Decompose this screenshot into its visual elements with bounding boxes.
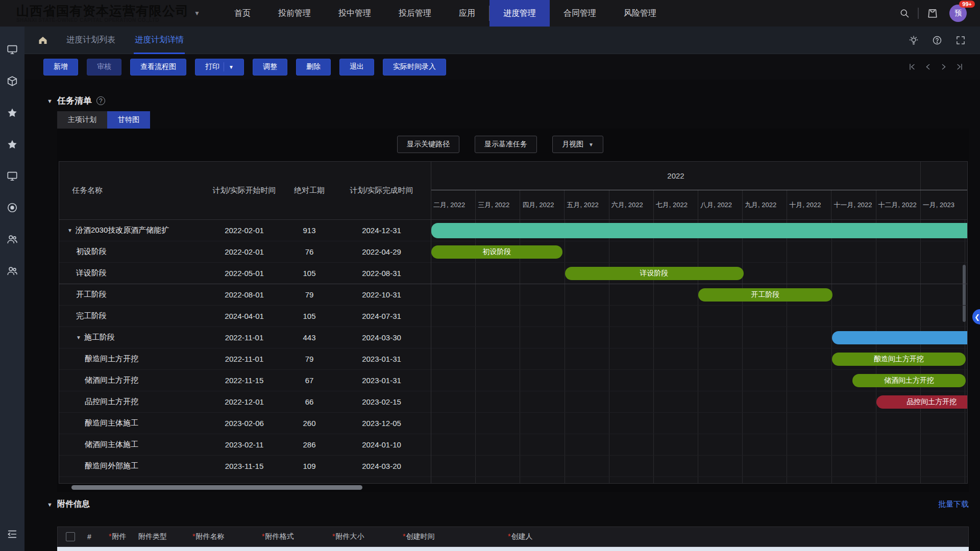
- table-row[interactable]: 品控间土方开挖2022-12-01662023-02-15: [59, 391, 431, 413]
- gantt-bar-初设阶段[interactable]: 初设阶段: [431, 245, 562, 259]
- button-label: 实际时间录入: [393, 62, 436, 71]
- task-start-date: 2022-11-01: [202, 355, 286, 363]
- fullscreen-icon[interactable]: [955, 35, 966, 45]
- avatar[interactable]: 预 99+: [949, 5, 967, 22]
- attachment-title: 附件信息: [57, 499, 90, 510]
- bulb-icon[interactable]: [909, 35, 919, 45]
- view-mode-select[interactable]: 月视图 ▼: [552, 136, 603, 153]
- monitor-icon[interactable]: [7, 170, 18, 182]
- toolbar-button-调整[interactable]: 调整: [253, 59, 287, 76]
- expand-triangle-icon[interactable]: ▼: [76, 335, 81, 340]
- table-row[interactable]: ▼汾酒2030技改原酒产储能扩2022-02-019132024-12-31: [59, 220, 431, 241]
- task-table-header: 任务名称 计划/实际开始时间 绝对工期 计划/实际完成时间: [59, 162, 431, 220]
- nav-item-风险管理[interactable]: 风险管理: [610, 0, 670, 27]
- table-row[interactable]: 酿造间土方开挖2022-11-01792023-01-31: [59, 348, 431, 370]
- table-row[interactable]: 储酒间土方开挖2022-11-15672023-01-31: [59, 370, 431, 391]
- table-row[interactable]: 开工阶段2022-08-01792022-10-31: [59, 284, 431, 306]
- table-row[interactable]: 详设阶段2022-05-011052022-08-31: [59, 263, 431, 284]
- row-divider: [431, 305, 967, 306]
- help-circle-icon[interactable]: ?: [96, 96, 105, 105]
- first-page-icon[interactable]: [908, 63, 916, 71]
- nav-item-投前管理[interactable]: 投前管理: [264, 0, 325, 27]
- users-icon[interactable]: [7, 265, 18, 277]
- task-start-date: 2022-08-01: [202, 290, 286, 299]
- table-row[interactable]: 储酒间主体施工2023-02-112862024-01-10: [59, 434, 431, 456]
- col-header-start: 计划/实际开始时间: [202, 186, 286, 195]
- attachment-col-创建时间: *创建时间: [403, 532, 508, 541]
- task-finish-date: 2024-12-31: [332, 226, 431, 235]
- row-divider: [431, 391, 967, 391]
- nav-item-应用[interactable]: 应用: [445, 0, 489, 27]
- brand[interactable]: 山西省国有资本运营有限公司 SHANXI STATE-OWNED CAPITAL…: [16, 4, 200, 23]
- collapse-triangle-icon[interactable]: ▼: [47, 502, 53, 508]
- show-critical-path-button[interactable]: 显示关键路径: [397, 136, 459, 153]
- toolbar-button-查看流程图[interactable]: 查看流程图: [130, 59, 186, 76]
- home-icon[interactable]: [38, 35, 48, 45]
- toolbar-button-删除[interactable]: 删除: [296, 59, 331, 76]
- last-page-icon[interactable]: [955, 63, 964, 71]
- prev-page-icon[interactable]: [924, 63, 932, 71]
- users-icon[interactable]: [7, 234, 18, 245]
- nav-item-投后管理[interactable]: 投后管理: [385, 0, 445, 27]
- nav-item-首页[interactable]: 首页: [220, 0, 264, 27]
- table-row[interactable]: 酿造间外部施工2023-11-151092024-03-20: [59, 456, 431, 477]
- toolbar-button-打印[interactable]: 打印▼: [195, 59, 244, 76]
- company-name: 山西省国有资本运营有限公司: [16, 4, 189, 17]
- attachment-col-#: #: [87, 533, 109, 541]
- show-baseline-button[interactable]: 显示基准任务: [475, 136, 537, 153]
- toolbar-button-实际时间录入[interactable]: 实际时间录入: [383, 59, 446, 76]
- row-divider: [431, 434, 967, 434]
- search-icon[interactable]: [899, 8, 910, 18]
- breadcrumb-tab-进度计划列表[interactable]: 进度计划列表: [65, 27, 116, 54]
- select-all-checkbox[interactable]: [66, 532, 75, 541]
- task-finish-date: 2024-01-10: [332, 440, 431, 449]
- attachment-section-header: ▼ 附件信息 批量下载: [47, 499, 969, 510]
- gantt-bar-酿造间土方开挖[interactable]: 酿造间土方开挖: [832, 353, 966, 366]
- nav-item-进度管理[interactable]: 进度管理: [489, 0, 550, 27]
- task-start-date: 2023-02-11: [202, 440, 286, 449]
- view-tab-甘特图[interactable]: 甘特图: [107, 111, 150, 129]
- cube-icon[interactable]: [7, 76, 18, 87]
- required-asterisk: *: [332, 532, 335, 540]
- star-icon[interactable]: [7, 139, 18, 150]
- nav-item-合同管理[interactable]: 合同管理: [550, 0, 610, 27]
- star-icon[interactable]: [7, 107, 18, 118]
- monitor-icon[interactable]: [7, 44, 18, 55]
- next-page-icon[interactable]: [940, 63, 948, 71]
- horizontal-scrollbar[interactable]: [71, 485, 362, 490]
- gantt-bar-施工阶段[interactable]: [832, 331, 967, 344]
- gantt-bar-开工阶段[interactable]: 开工阶段: [698, 288, 832, 302]
- table-row[interactable]: ▼施工阶段2022-11-014432024-03-30: [59, 327, 431, 348]
- target-icon[interactable]: [7, 202, 18, 213]
- table-row[interactable]: 初设阶段2022-02-01762022-04-29: [59, 241, 431, 263]
- menu-fold-icon[interactable]: [7, 529, 18, 540]
- timeline-year-row: 2022: [431, 162, 967, 190]
- task-duration: 913: [286, 226, 332, 235]
- vertical-scrollbar[interactable]: [963, 265, 966, 322]
- chevron-down-icon[interactable]: ▼: [224, 62, 234, 71]
- table-row[interactable]: 酿造间主体施工2023-02-062602023-12-05: [59, 413, 431, 434]
- panel-collapse-toggle[interactable]: ❮: [972, 309, 980, 324]
- table-row[interactable]: 完工阶段2024-04-011052024-07-31: [59, 306, 431, 327]
- notification-badge: 99+: [959, 1, 975, 8]
- breadcrumb-tab-进度计划详情[interactable]: 进度计划详情: [134, 27, 185, 54]
- gantt-bar-详设阶段[interactable]: 详设阶段: [565, 267, 744, 280]
- nav-item-投中管理[interactable]: 投中管理: [325, 0, 385, 27]
- task-finish-date: 2023-01-31: [332, 355, 431, 363]
- gantt-bar-品控间土方开挖[interactable]: 品控间土方开挖: [876, 395, 967, 409]
- mail-icon[interactable]: [927, 8, 938, 19]
- view-tab-主项计划[interactable]: 主项计划: [57, 111, 107, 129]
- task-table: 任务名称 计划/实际开始时间 绝对工期 计划/实际完成时间 ▼汾酒2030技改原…: [59, 162, 431, 483]
- task-finish-date: 2023-02-15: [332, 397, 431, 406]
- chevron-down-icon[interactable]: ▼: [194, 10, 200, 17]
- toolbar-button-退出[interactable]: 退出: [339, 59, 374, 76]
- batch-download-link[interactable]: 批量下载: [938, 499, 969, 509]
- expand-triangle-icon[interactable]: ▼: [67, 228, 72, 233]
- top-nav-right: 预 99+: [899, 5, 967, 22]
- gantt-bar-储酒间土方开挖[interactable]: 储酒间土方开挖: [852, 374, 966, 387]
- collapse-triangle-icon[interactable]: ▼: [47, 98, 53, 104]
- help-icon[interactable]: [932, 35, 942, 45]
- toolbar-button-审核[interactable]: 审核: [87, 59, 121, 76]
- toolbar-button-新增[interactable]: 新增: [43, 59, 78, 76]
- gantt-bar-汾酒2030技改原酒产储能扩[interactable]: [431, 223, 967, 238]
